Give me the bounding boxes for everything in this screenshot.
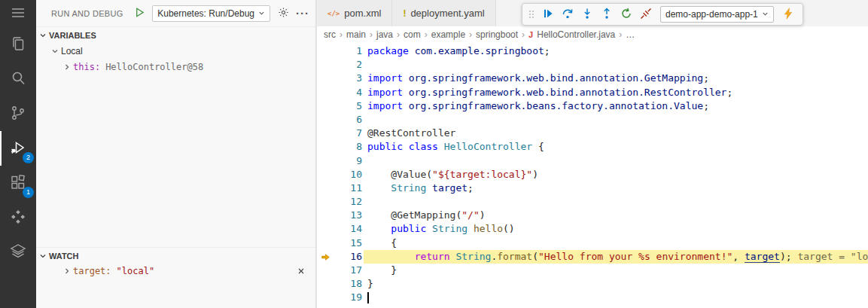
- code-line-17[interactable]: 17 }: [317, 264, 868, 277]
- tab-pom-xml[interactable]: </> pom.xml: [317, 0, 392, 26]
- sidebar-title: RUN AND DEBUG: [51, 9, 123, 18]
- step-over-button[interactable]: [559, 5, 577, 23]
- breadcrumb-item[interactable]: java: [376, 29, 393, 40]
- watch-section-header[interactable]: WATCH: [36, 247, 315, 264]
- code-line-15[interactable]: 15 {: [317, 236, 868, 250]
- breadcrumb-more[interactable]: …: [626, 29, 635, 40]
- breadcrumb-separator: ›: [397, 29, 400, 40]
- sidebar-item-source-control[interactable]: [0, 96, 36, 131]
- line-number[interactable]: 14: [332, 222, 362, 236]
- disconnect-button[interactable]: [637, 5, 655, 23]
- code-token: target: [432, 182, 468, 194]
- step-into-button[interactable]: [578, 5, 596, 23]
- code-text: public String hello(): [367, 222, 515, 236]
- sidebar-item-run-debug[interactable]: 2: [0, 131, 36, 166]
- code-token: (: [532, 251, 538, 262]
- line-number[interactable]: 17: [332, 264, 362, 277]
- code-line-9[interactable]: 9: [317, 154, 868, 168]
- code-token: [403, 87, 409, 98]
- start-debugging-button[interactable]: [132, 6, 147, 21]
- line-number[interactable]: 15: [332, 236, 362, 250]
- step-out-icon: [601, 8, 613, 22]
- line-number[interactable]: 5: [332, 99, 362, 113]
- line-number[interactable]: 11: [332, 181, 362, 195]
- code-line-18[interactable]: 18}: [317, 277, 868, 291]
- code-line-16[interactable]: 16 return String.format("Hello from your…: [317, 250, 868, 264]
- line-number[interactable]: 12: [332, 195, 362, 209]
- code-line-6[interactable]: 6: [317, 113, 868, 127]
- breadcrumb-item[interactable]: example: [431, 29, 465, 40]
- code-line-2[interactable]: 2: [317, 58, 868, 72]
- continue-button[interactable]: [539, 5, 557, 23]
- toolbar-drag-handle[interactable]: [528, 8, 535, 20]
- menu-button[interactable]: [0, 0, 36, 27]
- code-line-1[interactable]: 1package com.example.springboot;: [317, 44, 868, 58]
- yaml-file-icon: !: [403, 8, 406, 19]
- sidebar-item-explorer[interactable]: [0, 27, 36, 62]
- code-line-4[interactable]: 4import org.springframework.web.bind.ann…: [317, 86, 868, 99]
- code-line-14[interactable]: 14 public String hello(): [317, 222, 868, 236]
- watch-row-target[interactable]: target: "local": [36, 264, 315, 279]
- restart-button[interactable]: [617, 5, 635, 23]
- code-line-11[interactable]: 11 String target;: [317, 181, 868, 195]
- step-out-button[interactable]: [598, 5, 616, 23]
- breadcrumb-item[interactable]: com: [404, 29, 421, 40]
- sidebar-item-cloud-code[interactable]: [0, 200, 36, 235]
- variables-section-header[interactable]: VARIABLES: [36, 26, 315, 43]
- layers-icon: [9, 242, 27, 263]
- editor-region: </> pom.xml ! deployment.yaml: [316, 0, 868, 308]
- watch-expression-value: "local": [117, 266, 155, 276]
- sidebar-item-search[interactable]: [0, 62, 36, 96]
- code-line-12[interactable]: 12: [317, 195, 868, 209]
- breadcrumb-item[interactable]: src: [324, 29, 336, 40]
- code-area[interactable]: 1package com.example.springboot;23import…: [317, 43, 868, 308]
- code-token: package: [367, 45, 409, 56]
- breadcrumb-item[interactable]: springboot: [476, 29, 518, 40]
- line-number[interactable]: 13: [332, 209, 362, 222]
- sidebar-item-kubernetes[interactable]: [0, 235, 36, 270]
- variables-scope-local[interactable]: Local: [36, 43, 315, 59]
- code-token: ): [480, 209, 486, 221]
- code-line-3[interactable]: 3import org.springframework.web.bind.ann…: [317, 72, 868, 85]
- line-number[interactable]: 9: [332, 154, 362, 168]
- sidebar-item-extensions[interactable]: 1: [0, 166, 36, 200]
- debug-settings-button[interactable]: [276, 6, 291, 21]
- code-line-19[interactable]: 19: [317, 291, 868, 304]
- breadcrumb-file[interactable]: HelloController.java: [537, 29, 615, 40]
- search-icon: [9, 69, 27, 90]
- code-token: [426, 223, 432, 234]
- code-token: org.springframework.web.bind.annotation.…: [409, 87, 727, 98]
- code-line-10[interactable]: 10 @Value("${target:local}"): [317, 168, 868, 181]
- line-number[interactable]: 10: [332, 168, 362, 181]
- line-number[interactable]: 7: [332, 127, 362, 140]
- line-number[interactable]: 1: [332, 44, 362, 58]
- debug-count-badge: 2: [23, 152, 34, 163]
- line-number[interactable]: 8: [332, 140, 362, 154]
- code-line-13[interactable]: 13 @GetMapping("/"): [317, 209, 868, 222]
- launch-config-dropdown[interactable]: Kubernetes: Run/Debug: [152, 5, 270, 22]
- code-line-8[interactable]: 8public class HelloController {: [317, 140, 868, 154]
- breadcrumb-item[interactable]: main: [346, 29, 366, 40]
- line-number[interactable]: 4: [332, 86, 362, 99]
- line-number[interactable]: 18: [332, 277, 362, 291]
- code-line-5[interactable]: 5import org.springframework.beans.factor…: [317, 99, 868, 113]
- code-token: (): [503, 223, 515, 234]
- code-token: [367, 223, 391, 234]
- line-number[interactable]: 6: [332, 113, 362, 127]
- code-token: {: [367, 237, 397, 249]
- code-line-7[interactable]: 7@RestController: [317, 127, 868, 140]
- play-icon: [134, 7, 145, 20]
- code-token: String: [432, 223, 468, 234]
- line-number[interactable]: 19: [332, 291, 362, 304]
- cloud-code-action-button[interactable]: [779, 5, 797, 23]
- chevron-right-icon: [63, 267, 71, 275]
- line-number[interactable]: 16: [332, 250, 362, 264]
- tab-deployment-yaml[interactable]: ! deployment.yaml: [392, 0, 495, 26]
- chevron-down-icon: [39, 252, 47, 260]
- line-number[interactable]: 3: [332, 72, 362, 85]
- remove-watch-button[interactable]: [296, 267, 306, 277]
- debug-session-dropdown[interactable]: demo-app-demo-app-1: [660, 6, 774, 23]
- views-more-actions-button[interactable]: ···: [296, 7, 309, 20]
- variable-row-this[interactable]: this: HelloController@58: [36, 59, 315, 75]
- line-number[interactable]: 2: [332, 58, 362, 72]
